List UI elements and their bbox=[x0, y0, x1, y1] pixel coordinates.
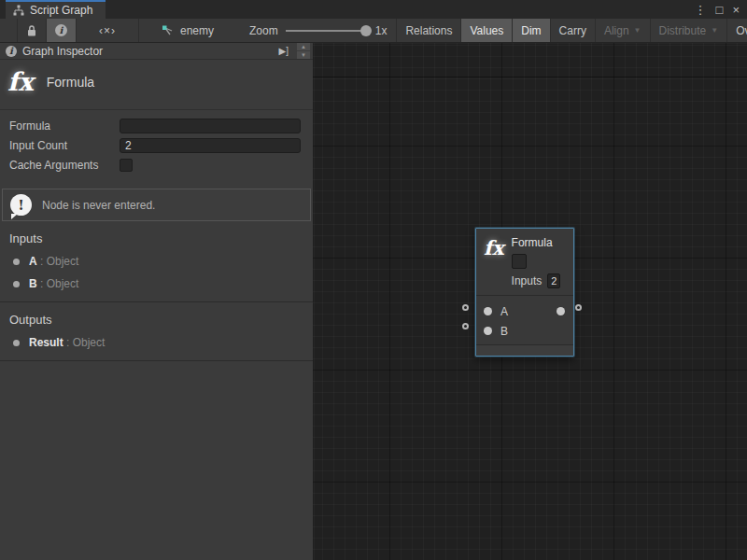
menu-icon[interactable]: ⋮ bbox=[695, 4, 707, 16]
window-tab-bar: Script Graph ⋮ □ × bbox=[0, 0, 747, 19]
formula-fx-icon: fx bbox=[7, 67, 34, 96]
formula-node-ports: A B bbox=[476, 295, 573, 344]
graph-toolbar: i ‹×› enemy Zoom 1x Relations Values Dim bbox=[0, 19, 747, 43]
input-port-b[interactable] bbox=[484, 327, 492, 335]
zoom-label: Zoom bbox=[249, 24, 278, 37]
chevron-down-icon: ▼ bbox=[711, 26, 718, 35]
formula-input[interactable] bbox=[120, 119, 301, 133]
info-icon: i bbox=[55, 24, 67, 36]
lock-button[interactable] bbox=[17, 19, 47, 42]
carry-button[interactable]: Carry bbox=[551, 19, 596, 42]
inspected-node-title: Formula bbox=[47, 75, 94, 90]
free-port-result[interactable] bbox=[575, 304, 582, 311]
input-count-input[interactable] bbox=[120, 138, 301, 153]
distribute-dropdown[interactable]: Distribute ▼ bbox=[651, 19, 728, 42]
window-controls: ⋮ □ × bbox=[695, 0, 747, 19]
node-formula-input[interactable] bbox=[512, 254, 527, 269]
free-port-b[interactable] bbox=[462, 323, 469, 329]
formula-field-label: Formula bbox=[9, 119, 120, 133]
dock-panel-icon[interactable]: ▶] bbox=[276, 46, 291, 56]
port-dot-icon bbox=[13, 259, 20, 265]
port-dot-icon bbox=[13, 281, 20, 287]
input-count-field-row: Input Count bbox=[9, 137, 301, 154]
cache-arguments-field-row: Cache Arguments bbox=[9, 157, 301, 174]
warning-text: Node is never entered. bbox=[42, 199, 155, 212]
breadcrumb[interactable]: enemy bbox=[152, 19, 223, 42]
formula-node[interactable]: fx Formula Inputs 2 A bbox=[475, 228, 574, 357]
formula-fx-icon: fx bbox=[484, 236, 504, 287]
node-inputs-label: Inputs bbox=[512, 274, 543, 287]
stepper-down-icon[interactable]: ▼ bbox=[297, 51, 310, 59]
warning-message: ! Node is never entered. bbox=[2, 189, 311, 221]
lock-icon bbox=[26, 24, 37, 37]
node-inputs-count[interactable]: 2 bbox=[547, 273, 560, 288]
node-title-block: fx Formula bbox=[0, 60, 313, 110]
tab-script-graph[interactable]: Script Graph bbox=[6, 0, 106, 19]
formula-node-footer bbox=[476, 344, 573, 356]
formula-field-row: Formula bbox=[9, 118, 301, 134]
graph-asset-icon bbox=[162, 25, 175, 36]
info-icon: i bbox=[6, 46, 17, 57]
align-dropdown[interactable]: Align ▼ bbox=[596, 19, 651, 42]
node-title: Formula bbox=[512, 236, 561, 249]
zoom-value: 1x bbox=[375, 24, 388, 37]
relations-button[interactable]: Relations bbox=[396, 19, 461, 42]
breadcrumb-graph-name: enemy bbox=[180, 24, 214, 37]
overview-button[interactable]: Overview bbox=[727, 19, 747, 42]
node-port-row-a: A bbox=[476, 301, 573, 321]
graph-inspector-panel: i Graph Inspector ▶] ▲ ▼ fx Formula Form… bbox=[0, 43, 313, 560]
input-port-row-a: A : Object bbox=[0, 250, 313, 273]
code-view-button[interactable]: ‹×› bbox=[77, 19, 139, 42]
node-settings: Formula Input Count Cache Arguments bbox=[0, 110, 313, 178]
values-button[interactable]: Values bbox=[461, 19, 513, 42]
formula-node-header: fx Formula Inputs 2 bbox=[476, 229, 573, 295]
inspector-title: Graph Inspector bbox=[22, 45, 271, 58]
zoom-slider[interactable] bbox=[286, 30, 368, 32]
section-divider bbox=[0, 360, 313, 361]
inspector-header: i Graph Inspector ▶] ▲ ▼ bbox=[0, 43, 313, 60]
zoom-control: Zoom 1x bbox=[249, 19, 396, 42]
outputs-section-header: Outputs bbox=[0, 302, 313, 331]
cache-arguments-label: Cache Arguments bbox=[9, 159, 120, 172]
output-port-result[interactable] bbox=[557, 307, 565, 315]
maximize-icon[interactable]: □ bbox=[716, 4, 724, 16]
warning-icon: ! bbox=[10, 194, 32, 216]
toolbar-buttons: Relations Values Dim Carry Align ▼ Distr… bbox=[396, 19, 747, 42]
port-dot-icon bbox=[13, 340, 20, 346]
cache-arguments-checkbox[interactable] bbox=[120, 159, 133, 172]
zoom-slider-handle[interactable] bbox=[360, 25, 372, 36]
graph-canvas[interactable]: fx Formula Inputs 2 A bbox=[313, 43, 747, 560]
output-port-row-result: Result : Object bbox=[0, 331, 313, 354]
input-count-label: Input Count bbox=[9, 139, 120, 152]
free-port-a[interactable] bbox=[462, 304, 469, 311]
chevron-down-icon: ▼ bbox=[634, 26, 641, 35]
code-icon: ‹×› bbox=[99, 24, 116, 37]
dim-button[interactable]: Dim bbox=[513, 19, 550, 42]
tab-label: Script Graph bbox=[30, 4, 92, 17]
close-icon[interactable]: × bbox=[732, 4, 740, 16]
input-port-row-b: B : Object bbox=[0, 273, 313, 295]
input-port-a[interactable] bbox=[484, 307, 492, 315]
inspector-toggle-button[interactable]: i bbox=[47, 19, 77, 42]
panel-stepper: ▲ ▼ bbox=[297, 43, 310, 59]
script-graph-icon bbox=[13, 5, 24, 16]
node-port-row-b: B bbox=[476, 321, 573, 341]
inputs-section-header: Inputs bbox=[0, 221, 313, 250]
stepper-up-icon[interactable]: ▲ bbox=[297, 43, 310, 50]
